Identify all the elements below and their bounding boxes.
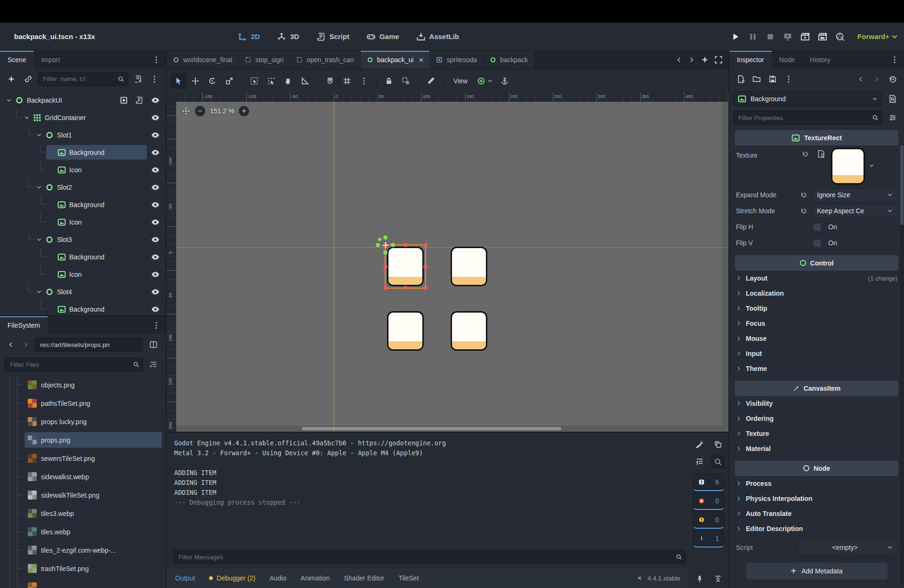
snap-select-button[interactable] <box>263 73 279 89</box>
bottom-tab-debugger-2-[interactable]: Debugger (2) <box>209 574 256 582</box>
new-resource-button[interactable] <box>733 72 748 87</box>
add-metadata-button[interactable]: + Add Metadata <box>746 563 888 580</box>
tree-node[interactable]: Slot1 <box>34 128 147 142</box>
visibility-toggle[interactable] <box>147 131 164 139</box>
tree-node[interactable]: Icon <box>46 215 147 229</box>
scene-tab-backpack[interactable]: backpack <box>484 51 534 69</box>
revert-expand-button[interactable] <box>798 189 809 201</box>
instance-scene-button[interactable] <box>21 72 36 87</box>
run-current-scene-icon[interactable] <box>800 32 810 41</box>
chevron-down-icon[interactable] <box>869 163 874 169</box>
tree-node[interactable]: Slot4 <box>34 284 147 299</box>
visibility-toggle[interactable] <box>147 183 164 192</box>
list-select-button[interactable] <box>246 73 262 89</box>
file-row[interactable]: props.png <box>0 431 166 449</box>
tab-import[interactable]: Import <box>34 51 68 69</box>
group-button[interactable] <box>398 73 414 89</box>
stretch-mode-select[interactable]: Keep Aspect Ce <box>812 204 897 218</box>
file-row[interactable]: tiles_2-ezgif.com-webp-... <box>0 541 166 559</box>
expand-mode-select[interactable]: Ignore Size <box>812 188 897 202</box>
tree-row[interactable]: Slot2 <box>4 178 166 196</box>
smart-snap-button[interactable] <box>322 73 338 89</box>
snap-options-button[interactable] <box>356 73 372 89</box>
pin-panel-button[interactable] <box>693 572 707 586</box>
selection-handle[interactable] <box>383 265 387 269</box>
property-tools-button[interactable] <box>885 110 900 125</box>
info-counter[interactable]: 6 <box>693 474 724 491</box>
file-item[interactable]: pathsTileSet.png <box>24 395 162 411</box>
menu-3d[interactable]: 3D <box>277 32 299 41</box>
new-scene-tab-button[interactable]: + <box>699 52 711 67</box>
warning-counter[interactable]: 0 <box>693 511 724 529</box>
revert-stretch-button[interactable] <box>798 205 809 217</box>
menu-2d[interactable]: 2D <box>238 32 260 41</box>
file-item[interactable]: trashTileSet.png <box>24 561 162 576</box>
tab-scene[interactable]: Scene <box>0 51 34 69</box>
tab-prev-button[interactable] <box>673 52 685 67</box>
file-row[interactable]: sidewalkTileSet.png <box>0 486 166 504</box>
play-button-icon[interactable] <box>731 32 740 41</box>
tree-row[interactable]: Slot3 <box>4 231 166 248</box>
file-row[interactable]: pathsTileSet.png <box>0 394 166 412</box>
open-docs-button[interactable] <box>885 91 900 106</box>
section-layout[interactable]: Layout(1 change) <box>735 271 898 286</box>
file-row[interactable]: sidewalkst.webp <box>0 467 166 486</box>
move-tool-button[interactable] <box>187 73 203 89</box>
file-row[interactable]: objects.png <box>0 376 166 394</box>
visibility-toggle[interactable] <box>147 218 164 226</box>
visibility-toggle[interactable] <box>147 113 164 122</box>
collapse-messages-button[interactable] <box>693 455 707 469</box>
file-item[interactable]: tiles3.webp <box>24 506 162 521</box>
bottom-tab-tileset[interactable]: TileSet <box>398 574 419 582</box>
clear-output-button[interactable] <box>693 437 707 451</box>
bottom-tab-audio[interactable]: Audio <box>270 574 287 582</box>
tree-row[interactable]: GridContainer <box>4 109 166 126</box>
scroll-to-newest-button[interactable] <box>711 572 725 586</box>
pan-tool-button[interactable] <box>280 73 296 89</box>
selection-handle[interactable] <box>423 243 428 247</box>
visibility-toggle[interactable] <box>147 148 164 157</box>
section-visibility[interactable]: Visibility <box>735 396 898 411</box>
selection-handle[interactable] <box>383 286 387 290</box>
nav-forward-button[interactable] <box>20 338 32 351</box>
section-localization[interactable]: Localization <box>735 286 898 301</box>
file-row[interactable]: tiles3.webp <box>0 504 166 523</box>
skeleton-button[interactable] <box>423 73 439 89</box>
file-row[interactable]: sewersTileSet.png <box>0 449 166 467</box>
tree-instance-button[interactable] <box>118 95 129 106</box>
save-resource-button[interactable] <box>765 72 780 87</box>
section-tooltip[interactable]: Tooltip <box>735 301 898 316</box>
section-ordering[interactable]: Ordering <box>735 411 898 426</box>
file-sort-button[interactable] <box>146 357 161 372</box>
selection-handle[interactable] <box>423 286 428 290</box>
file-row[interactable]: props lucky.png <box>0 412 166 431</box>
tree-node[interactable]: Background <box>46 145 147 160</box>
tree-row[interactable]: BackpackUI <box>4 91 166 109</box>
visibility-toggle[interactable] <box>147 235 164 244</box>
close-icon[interactable]: × <box>419 56 423 64</box>
movie-maker-icon[interactable] <box>835 32 845 41</box>
tree-row[interactable]: Background <box>4 248 166 266</box>
gizmo-dot[interactable] <box>391 243 395 247</box>
tab-history[interactable]: History <box>802 51 838 69</box>
filesystem-menu-button[interactable] <box>149 318 164 333</box>
tab-next-button[interactable] <box>686 52 697 67</box>
tree-node[interactable]: Slot2 <box>34 180 147 194</box>
renderer-select[interactable]: Forward+ <box>857 32 896 40</box>
visibility-toggle[interactable] <box>147 253 164 261</box>
section-theme[interactable]: Theme <box>735 361 898 376</box>
tree-row[interactable]: Icon <box>4 266 166 283</box>
selection-rect[interactable] <box>385 244 426 289</box>
file-item[interactable] <box>24 579 162 588</box>
section-material[interactable]: Material <box>735 441 898 456</box>
tab-inspector[interactable]: Inspector <box>729 51 772 69</box>
stop-button-icon[interactable] <box>766 32 775 41</box>
file-item[interactable]: props lucky.png <box>24 414 162 429</box>
center-view-icon[interactable] <box>182 107 190 115</box>
view-menu-button[interactable]: View <box>448 77 473 85</box>
scene-menu-button[interactable] <box>147 72 162 87</box>
menu-game[interactable]: Game <box>366 32 399 41</box>
output-filter-input[interactable] <box>173 550 686 564</box>
selection-handle[interactable] <box>404 243 408 247</box>
path-field[interactable]: res://art/tilesets/props.pn <box>35 338 143 352</box>
